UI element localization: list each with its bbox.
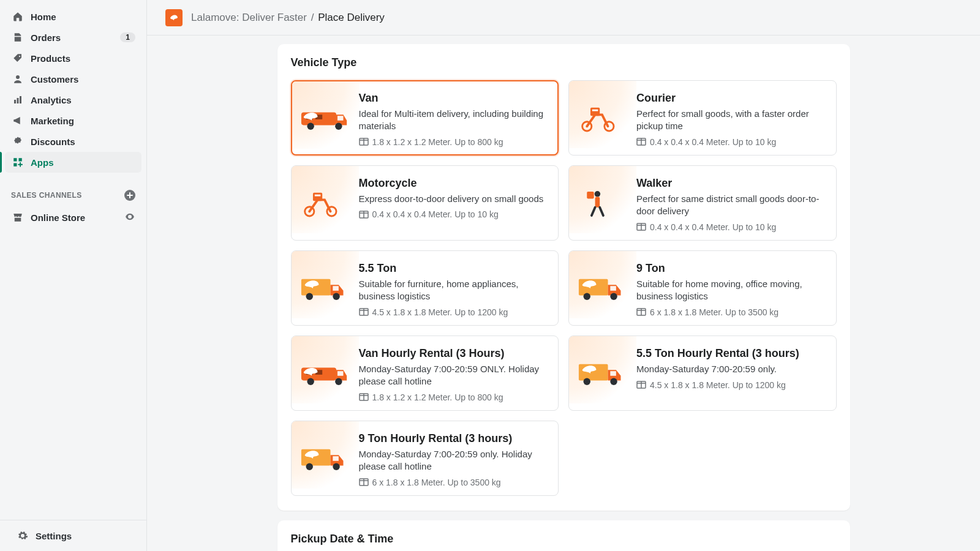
vehicle-grid: Van Ideal for Multi-item delivery, inclu… (291, 80, 837, 496)
vehicle-dim-text: 6 x 1.8 x 1.8 Meter. Up to 3500 kg (650, 307, 778, 317)
sidebar-item-discounts[interactable]: Discounts (5, 131, 141, 152)
vehicle-tile[interactable]: 9 Ton Suitable for home moving, office m… (568, 250, 837, 326)
sales-channels-label: SALES CHANNELS (11, 191, 82, 200)
vehicle-tile[interactable]: 5.5 Ton Suitable for furniture, home app… (291, 250, 559, 326)
breadcrumb-separator: / (311, 12, 314, 23)
sidebar-item-label: Online Store (31, 212, 124, 223)
package-icon (359, 209, 369, 220)
vehicle-dimensions: 0.4 x 0.4 x 0.4 Meter. Up to 10 kg (636, 136, 827, 148)
sidebar-item-label: Apps (31, 157, 135, 168)
sidebar-item-settings[interactable]: Settings (10, 525, 137, 546)
package-icon (636, 136, 646, 148)
package-icon (359, 391, 369, 403)
sidebar-item-marketing[interactable]: Marketing (5, 110, 141, 131)
vehicle-desc: Perfect for small goods, with a faster o… (636, 108, 827, 133)
breadcrumb-app[interactable]: Lalamove: Deliver Faster (191, 12, 307, 23)
gear-icon (16, 530, 29, 541)
vehicle-dim-text: 1.8 x 1.2 x 1.2 Meter. Up to 800 kg (372, 137, 503, 147)
sidebar-item-analytics[interactable]: Analytics (5, 89, 141, 110)
vehicle-name: Van (359, 92, 550, 105)
package-icon (636, 306, 646, 318)
vehicle-info: 5.5 Ton Hourly Rental (3 hours) Monday-S… (636, 343, 827, 403)
package-icon (359, 136, 369, 148)
breadcrumb-page: Place Delivery (318, 12, 385, 23)
svg-rect-7 (13, 163, 17, 167)
sidebar-item-orders[interactable]: Orders 1 (5, 27, 141, 48)
discount-icon (11, 136, 24, 147)
vehicle-tile[interactable]: Van Hourly Rental (3 Hours) Monday-Satur… (291, 335, 559, 411)
vehicle-dim-text: 0.4 x 0.4 x 0.4 Meter. Up to 10 kg (650, 222, 776, 232)
vehicle-desc: Perfect for same district small goods do… (636, 193, 827, 218)
svg-rect-5 (13, 158, 17, 161)
vehicle-tile[interactable]: Motorcycle Express door-to-door delivery… (291, 165, 559, 241)
vehicle-illustration (578, 88, 627, 148)
view-store-button[interactable] (124, 211, 135, 224)
vehicle-dimensions: 1.8 x 1.2 x 1.2 Meter. Up to 800 kg (359, 391, 550, 403)
vehicle-type-card: Vehicle Type Van Ideal for Multi-item de… (277, 44, 850, 511)
sidebar-item-home[interactable]: Home (5, 6, 141, 27)
vehicle-info: 9 Ton Suitable for home moving, office m… (636, 258, 827, 318)
package-icon (359, 476, 369, 488)
vehicle-dimensions: 4.5 x 1.8 x 1.8 Meter. Up to 1200 kg (359, 306, 550, 318)
vehicle-info: 5.5 Ton Suitable for furniture, home app… (359, 258, 550, 318)
tag-icon (11, 53, 24, 64)
vehicle-desc: Monday-Saturday 7:00-20:59 only. Holiday… (359, 448, 550, 473)
person-icon (11, 73, 24, 84)
vehicle-dimensions: 0.4 x 0.4 x 0.4 Meter. Up to 10 kg (636, 221, 827, 233)
vehicle-dim-text: 0.4 x 0.4 x 0.4 Meter. Up to 10 kg (372, 209, 499, 219)
sidebar-footer: Settings (0, 520, 146, 551)
vehicle-tile[interactable]: Courier Perfect for small goods, with a … (568, 80, 837, 156)
vehicle-desc: Ideal for Multi-item delivery, including… (359, 108, 550, 133)
sidebar-item-online-store[interactable]: Online Store (5, 207, 141, 228)
vehicle-tile[interactable]: 9 Ton Hourly Rental (3 hours) Monday-Sat… (291, 421, 559, 496)
svg-rect-6 (19, 158, 22, 161)
sidebar-item-apps[interactable]: Apps (5, 152, 141, 173)
sidebar-item-label: Settings (36, 531, 130, 541)
vehicle-illustration (300, 258, 349, 318)
vehicle-desc: Monday-Saturday 7:00-20:59 ONLY. Holiday… (359, 363, 550, 388)
sidebar-channels: Online Store (0, 207, 146, 228)
sidebar-item-products[interactable]: Products (5, 48, 141, 69)
sidebar-section-label: SALES CHANNELS (0, 173, 146, 207)
vehicle-tile[interactable]: Van Ideal for Multi-item delivery, inclu… (291, 80, 559, 156)
vehicle-info: Courier Perfect for small goods, with a … (636, 88, 827, 148)
vehicle-dim-text: 1.8 x 1.2 x 1.2 Meter. Up to 800 kg (372, 392, 503, 402)
home-icon (11, 11, 24, 22)
vehicle-name: 9 Ton Hourly Rental (3 hours) (359, 432, 550, 446)
vehicle-illustration (300, 173, 349, 233)
package-icon (359, 306, 369, 318)
vehicle-type-title: Vehicle Type (291, 56, 837, 69)
vehicle-tile[interactable]: 5.5 Ton Hourly Rental (3 hours) Monday-S… (568, 335, 837, 411)
package-icon (636, 221, 646, 233)
vehicle-tile[interactable]: Walker Perfect for same district small g… (568, 165, 837, 241)
vehicle-name: 9 Ton (636, 262, 827, 276)
vehicle-dim-text: 4.5 x 1.8 x 1.8 Meter. Up to 1200 kg (650, 380, 786, 390)
vehicle-illustration (300, 88, 349, 148)
add-channel-button[interactable] (124, 190, 135, 201)
vehicle-name: 5.5 Ton (359, 262, 550, 276)
vehicle-illustration (300, 429, 349, 488)
sidebar-item-label: Orders (31, 32, 120, 43)
sidebar-item-label: Products (31, 53, 135, 64)
pickup-card: Pickup Date & Time (277, 520, 850, 551)
sidebar-item-label: Home (31, 12, 135, 22)
vehicle-dimensions: 0.4 x 0.4 x 0.4 Meter. Up to 10 kg (359, 209, 550, 220)
vehicle-illustration (578, 173, 627, 233)
vehicle-dim-text: 0.4 x 0.4 x 0.4 Meter. Up to 10 kg (650, 137, 776, 147)
orders-icon (11, 32, 24, 43)
sidebar-item-customers[interactable]: Customers (5, 69, 141, 89)
svg-rect-4 (20, 96, 21, 103)
svg-point-0 (19, 56, 20, 57)
vehicle-name: Courier (636, 92, 827, 105)
megaphone-icon (11, 115, 24, 126)
app-logo-icon (165, 9, 183, 26)
vehicle-dimensions: 1.8 x 1.2 x 1.2 Meter. Up to 800 kg (359, 136, 550, 148)
pickup-title: Pickup Date & Time (291, 533, 837, 545)
vehicle-dimensions: 6 x 1.8 x 1.8 Meter. Up to 3500 kg (636, 306, 827, 318)
svg-rect-3 (17, 98, 19, 103)
vehicle-name: 5.5 Ton Hourly Rental (3 hours) (636, 347, 827, 361)
vehicle-desc: Express door-to-door delivery on small g… (359, 193, 550, 205)
sidebar-item-label: Customers (31, 74, 135, 84)
sidebar-item-label: Marketing (31, 116, 135, 126)
vehicle-name: Motorcycle (359, 177, 550, 190)
